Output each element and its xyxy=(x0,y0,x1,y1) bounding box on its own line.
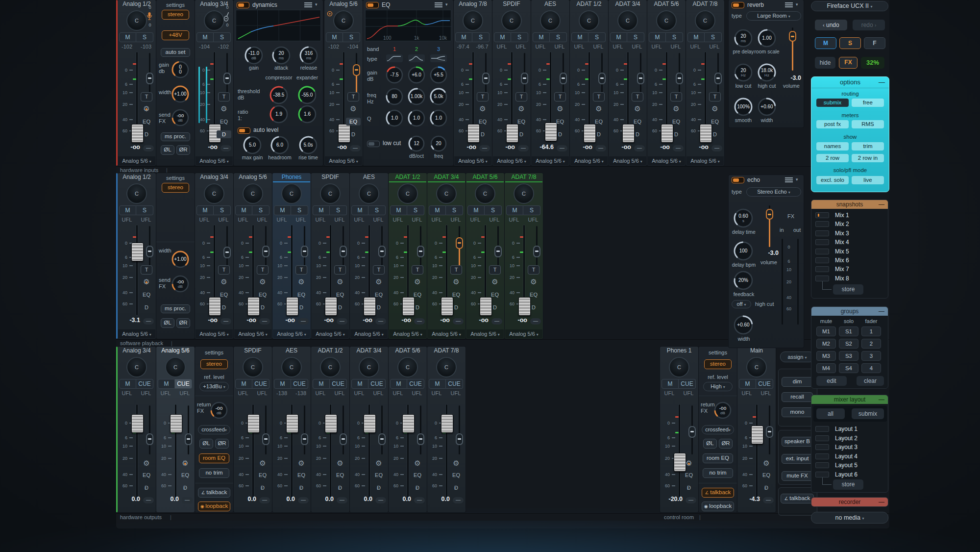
eq-freq-knob-1[interactable]: 80 xyxy=(385,87,404,106)
aux-slider-handle[interactable] xyxy=(146,433,153,445)
send-fx-knob[interactable]: -oodB xyxy=(171,108,190,127)
output-assign-select[interactable]: Analog 5/6 ▾ xyxy=(609,156,646,165)
fx-view-button[interactable]: FX xyxy=(839,57,858,69)
eq-toggle[interactable] xyxy=(366,2,379,8)
solo-button[interactable]: S xyxy=(136,32,153,42)
pan-knob[interactable]: C xyxy=(397,183,418,204)
layout-select-button[interactable] xyxy=(815,453,829,459)
settings-gear-icon[interactable]: ⚙ xyxy=(348,104,358,114)
show-trim-button[interactable]: trim xyxy=(852,142,884,151)
media-select[interactable]: no media ▾ xyxy=(811,512,888,524)
eq-button[interactable]: EQ xyxy=(449,291,464,299)
output-assign-select[interactable]: Analog 5/6 ▾ xyxy=(389,329,426,338)
eq-button[interactable]: EQ xyxy=(139,471,154,479)
cue-button[interactable]: CUE xyxy=(252,379,270,389)
cue-button[interactable]: CUE xyxy=(175,379,192,389)
trim-button[interactable]: T xyxy=(141,265,152,275)
output-assign-select[interactable]: Analog 5/6 ▾ xyxy=(570,156,608,165)
layout-select-button[interactable] xyxy=(815,426,829,432)
mute-button[interactable]: M xyxy=(274,379,291,389)
show-names-button[interactable]: names xyxy=(816,142,849,151)
channel-name[interactable]: Analog 3/4 xyxy=(118,347,156,354)
channel-name[interactable]: Analog 1/2 xyxy=(118,174,156,181)
settings-gear-icon[interactable]: ⚙ xyxy=(490,277,500,287)
aux-slider-handle[interactable] xyxy=(766,426,773,438)
aux-slider-handle[interactable] xyxy=(417,246,424,257)
eq-type-icon-1[interactable] xyxy=(386,54,403,62)
mute-button[interactable]: M xyxy=(455,32,472,42)
group-button-m3[interactable]: M3 xyxy=(816,351,836,361)
settings-gear-icon[interactable]: ⚙ xyxy=(335,458,345,468)
return-fx-knob[interactable]: -oodB xyxy=(713,401,733,420)
show-2row-in-button[interactable]: 2 row in xyxy=(852,154,884,162)
dynamics-button[interactable]: D xyxy=(410,303,425,311)
mute-button[interactable]: M xyxy=(649,32,666,42)
dynamics-button[interactable]: Đ xyxy=(449,484,464,492)
cue-button[interactable]: CUE xyxy=(679,379,696,389)
dynamics-button[interactable]: D xyxy=(475,130,490,138)
snapshot-select-button[interactable] xyxy=(815,276,829,281)
mute-button[interactable]: M xyxy=(313,205,330,215)
eq-button[interactable]: EQ xyxy=(139,118,154,125)
output-assign-select[interactable]: Analog 5/6 ▾ xyxy=(325,156,362,165)
options-title[interactable]: options— xyxy=(811,77,889,88)
snapshots-store-button[interactable]: store xyxy=(833,284,863,295)
settings-gear-icon[interactable]: ⚙ xyxy=(142,277,151,287)
fader-handle[interactable] xyxy=(170,414,182,433)
no-trim-button[interactable]: no trim xyxy=(199,468,229,478)
eq-gain-knob-1[interactable]: -7.5 xyxy=(385,65,404,85)
settings-gear-icon[interactable]: ⚙ xyxy=(219,277,229,287)
settings-gear-icon[interactable]: ⚙ xyxy=(413,458,422,468)
group-button-3[interactable]: 3 xyxy=(861,351,881,361)
channel-name[interactable]: SPDIF xyxy=(492,0,531,8)
mute-button[interactable]: M xyxy=(235,379,252,389)
settings-gear-icon[interactable]: ⚙ xyxy=(142,104,151,114)
output-assign-select[interactable]: Analog 5/6 ▾ xyxy=(118,329,155,338)
settings-gear-icon[interactable]: ⚙ xyxy=(555,104,565,114)
fader-handle[interactable] xyxy=(247,414,260,433)
solo-button[interactable]: S xyxy=(523,205,540,215)
cue-button[interactable]: CUE xyxy=(756,379,773,389)
room-eq-button[interactable]: room EQ xyxy=(703,453,733,463)
settings-gear-icon[interactable]: ⚙ xyxy=(671,104,681,114)
phase-right-button[interactable]: ØR xyxy=(176,318,190,328)
eq-type-icon-3[interactable] xyxy=(430,54,447,62)
settings-gear-icon[interactable]: ⚙ xyxy=(413,277,422,287)
aux-slider-handle[interactable] xyxy=(223,247,231,258)
dynamics-button[interactable]: D xyxy=(139,303,154,311)
channel-name[interactable]: ADAT 1/2 xyxy=(389,174,427,181)
solo-button[interactable]: S xyxy=(330,205,347,215)
return-fx-knob[interactable]: -oodB xyxy=(209,401,229,420)
solo-button[interactable]: S xyxy=(291,205,308,215)
eq-button[interactable]: EQ xyxy=(371,471,386,479)
trim-button[interactable]: T xyxy=(257,265,269,275)
trim-button[interactable]: T xyxy=(218,265,230,275)
solo-button[interactable]: S xyxy=(666,32,683,42)
eq-button[interactable]: EQ xyxy=(514,118,529,125)
eq-button[interactable]: EQ xyxy=(255,291,270,299)
dynamics-button[interactable]: D xyxy=(591,130,606,138)
eq-button[interactable]: EQ xyxy=(333,291,347,299)
talkback-button[interactable]: ∠ talkback xyxy=(198,488,230,498)
mute-button[interactable]: M xyxy=(429,379,446,389)
group-button-m1[interactable]: M1 xyxy=(816,326,836,336)
trim-button[interactable]: T xyxy=(593,92,605,101)
settings-gear-icon[interactable]: ⚙ xyxy=(258,277,268,287)
mute-button[interactable]: M xyxy=(494,32,511,42)
fader-view-button[interactable]: F xyxy=(864,37,885,49)
groups-minimize[interactable]: — xyxy=(879,307,884,316)
output-assign-select[interactable]: Analog 5/6 ▾ xyxy=(350,329,388,338)
eq-button[interactable]: EQ xyxy=(488,291,502,299)
dynamics-button[interactable]: D xyxy=(371,303,386,311)
echo-feedback-knob[interactable]: 20% xyxy=(733,270,754,291)
echo-menu-icon[interactable] xyxy=(785,177,793,183)
phase-right-button[interactable]: ØR xyxy=(215,439,229,449)
stereo-button[interactable]: stereo xyxy=(704,359,732,369)
groups-clear-button[interactable]: clear xyxy=(857,376,884,386)
eq-button[interactable]: EQ xyxy=(255,471,270,479)
eq-button[interactable]: EQ xyxy=(294,471,309,479)
layout-select-button[interactable] xyxy=(815,444,829,450)
eq-button[interactable]: EQ xyxy=(630,118,645,125)
eq-button[interactable]: EQ xyxy=(333,471,347,479)
dynamics-button[interactable]: D xyxy=(139,130,154,138)
